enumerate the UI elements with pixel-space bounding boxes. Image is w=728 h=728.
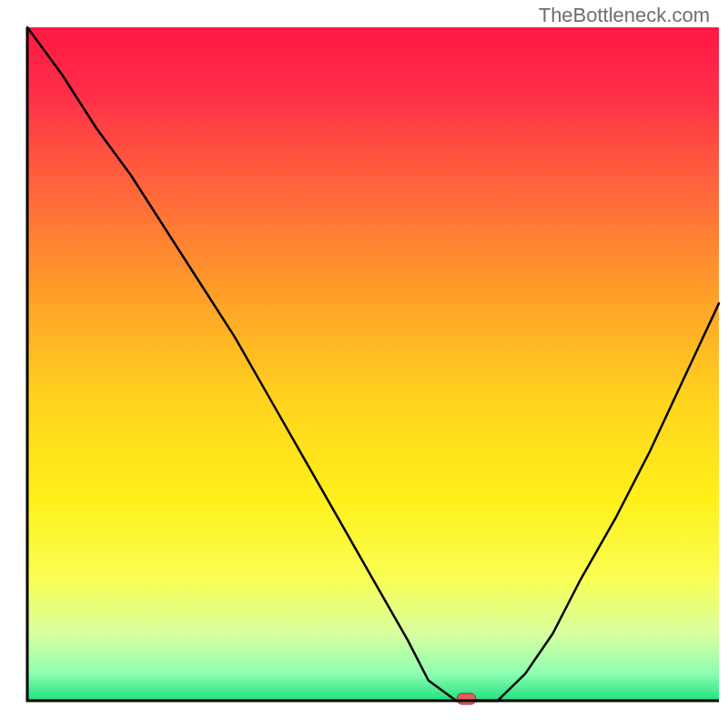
bottleneck-chart: TheBottleneck.com — [0, 0, 728, 728]
attribution-text: TheBottleneck.com — [539, 4, 710, 27]
optimal-marker — [458, 693, 476, 704]
chart-svg — [0, 0, 728, 728]
gradient-background — [27, 27, 719, 701]
